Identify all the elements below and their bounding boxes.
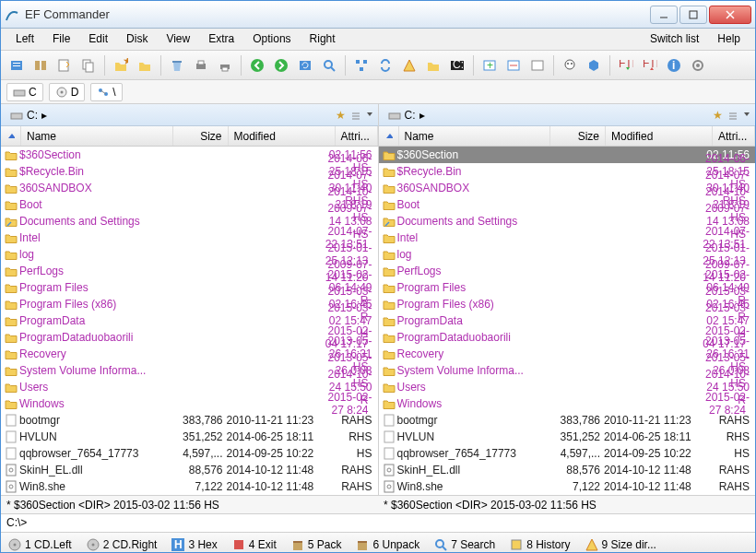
tool-warn-icon[interactable] (399, 55, 419, 76)
fnkey-unpack[interactable]: 6 Unpack (356, 538, 419, 551)
file-row[interactable]: Windows 2015-02-27 8:24 (379, 395, 756, 412)
tool-back-icon[interactable] (247, 55, 267, 76)
menu-help[interactable]: Help (708, 29, 750, 50)
tool-info-icon[interactable]: i (664, 55, 684, 76)
tool-select-icon[interactable]: + (479, 55, 500, 76)
file-row[interactable]: qqbrowser_7654_17773 4,597,... 2014-09-2… (1, 445, 378, 462)
panel-dropdown-icon[interactable] (365, 110, 374, 121)
tool-view-icon[interactable] (6, 55, 27, 76)
menu-view[interactable]: View (157, 29, 199, 50)
tool-print-icon[interactable] (191, 55, 211, 76)
file-list[interactable]: $360Section 2015-03-02 11:56 HS $Recycle… (379, 147, 756, 495)
tool-edit-icon[interactable] (54, 55, 75, 76)
svg-rect-59 (384, 448, 394, 459)
file-name: Recovery (19, 347, 321, 360)
tool-gear-icon[interactable] (688, 55, 708, 76)
menu-options[interactable]: Options (243, 29, 300, 50)
file-row[interactable]: Win8.she 7,122 2014-10-12 11:48 RAHS (1, 478, 378, 495)
close-button[interactable] (709, 6, 751, 24)
fnkey-cd-right[interactable]: 2 CD.Right (87, 538, 158, 551)
panel-dropdown-icon[interactable] (742, 110, 751, 121)
tool-folder-star-icon[interactable]: ★ (111, 55, 131, 76)
menu-edit[interactable]: Edit (79, 29, 117, 50)
drive-net-chip[interactable]: \ (90, 83, 122, 101)
file-row[interactable]: Win8.she 7,122 2014-10-12 11:48 RAHS (379, 478, 756, 495)
file-name: Recovery (397, 347, 699, 360)
up-button[interactable] (1, 126, 21, 146)
file-row[interactable]: bootmgr 383,786 2010-11-21 11:23 RAHS (1, 412, 378, 429)
command-line[interactable]: C:\> (1, 513, 755, 532)
tool-copy-icon[interactable] (78, 55, 99, 76)
menu-left[interactable]: Left (6, 29, 43, 50)
file-row[interactable]: SkinH_EL.dll 88,576 2014-10-12 11:48 RAH… (379, 462, 756, 478)
panel-path-bar[interactable]: C:▸ ★ (1, 104, 378, 126)
tool-folder-open-icon[interactable] (135, 55, 155, 76)
folder-icon (381, 182, 397, 194)
tool-search-icon[interactable] (319, 55, 339, 76)
col-modified[interactable]: Modified (229, 126, 336, 146)
maximize-button[interactable] (679, 6, 707, 24)
fnkey-hex[interactable]: H3 Hex (171, 538, 217, 551)
panel-path-bar[interactable]: C:▸ ★ (379, 104, 756, 126)
tool-skull-icon[interactable] (560, 55, 580, 76)
file-row[interactable]: qqbrowser_7654_17773 4,597,... 2014-09-2… (379, 445, 756, 462)
tool-folder-tree-icon[interactable] (423, 55, 443, 76)
tool-cmd-icon[interactable]: C:\ (447, 55, 467, 76)
fnkey-search[interactable]: 7 Search (434, 538, 495, 551)
col-attributes[interactable]: Attri... (336, 126, 378, 146)
menu-right[interactable]: Right (301, 29, 345, 50)
file-name: log (397, 248, 699, 261)
svg-text:i: i (672, 59, 675, 72)
col-name[interactable]: Name (399, 126, 551, 146)
tool-cube-icon[interactable] (584, 55, 604, 76)
file-row[interactable]: Windows 2015-02-27 8:24 (1, 395, 378, 412)
menu-disk[interactable]: Disk (117, 29, 157, 50)
file-row[interactable]: SkinH_EL.dll 88,576 2014-10-12 11:48 RAH… (1, 462, 378, 478)
panel-drive[interactable]: C:▸ (383, 107, 431, 124)
file-row[interactable]: HVLUN 351,252 2014-06-25 18:11 RHS (379, 429, 756, 445)
file-name: ProgramData (19, 314, 321, 327)
drive-d-chip[interactable]: D (49, 83, 86, 101)
up-button[interactable] (379, 126, 399, 146)
panel-history-icon[interactable] (727, 110, 738, 121)
col-name[interactable]: Name (21, 126, 173, 146)
menu-file[interactable]: File (43, 29, 79, 50)
col-size[interactable]: Size (173, 126, 229, 146)
tool-ftp-down-icon[interactable]: FTP (616, 55, 636, 76)
col-attributes[interactable]: Attri... (713, 126, 755, 146)
svg-text:★: ★ (336, 110, 346, 121)
fnkey-history[interactable]: 8 History (510, 538, 570, 551)
file-name: log (19, 248, 321, 261)
tool-reload-icon[interactable] (295, 55, 315, 76)
fnkey-pack[interactable]: 5 Pack (291, 538, 342, 551)
fnkey-size-dir-[interactable]: 9 Size dir... (585, 538, 656, 551)
drive-c-chip[interactable]: C (6, 83, 43, 101)
tool-filter-icon[interactable] (527, 55, 548, 76)
tool-trash-icon[interactable] (167, 55, 187, 76)
col-modified[interactable]: Modified (606, 126, 713, 146)
tool-deselect-icon[interactable] (503, 55, 524, 76)
file-row[interactable]: HVLUN 351,252 2014-06-25 18:11 RHS (1, 429, 378, 445)
panel-drive[interactable]: C:▸ (5, 107, 53, 124)
minimize-button[interactable] (650, 6, 678, 24)
col-size[interactable]: Size (550, 126, 606, 146)
tool-forward-icon[interactable] (271, 55, 291, 76)
folder-icon (3, 315, 19, 326)
menu-switch-list[interactable]: Switch list (641, 29, 708, 50)
fnkey-exit[interactable]: 4 Exit (232, 538, 277, 551)
file-row[interactable]: bootmgr 383,786 2010-11-21 11:23 RAHS (379, 412, 756, 429)
panel-star-icon[interactable]: ★ (713, 110, 724, 121)
tool-tree-icon[interactable] (351, 55, 372, 76)
panel-history-icon[interactable] (350, 110, 361, 121)
tool-printer-icon[interactable] (215, 55, 235, 76)
file-list[interactable]: $360Section 2015-03-02 11:56 HS $Recycle… (1, 147, 378, 495)
menu-extra[interactable]: Extra (199, 29, 243, 50)
folder-icon (381, 332, 397, 343)
file-attr: HS (334, 447, 376, 460)
tool-sync-icon[interactable] (375, 55, 396, 76)
right-panel-status: * $360Section <DIR> 2015-03-02 11:56 HS (378, 495, 755, 513)
panel-star-icon[interactable]: ★ (336, 110, 347, 121)
tool-ftp-up-icon[interactable]: FTP (640, 55, 660, 76)
tool-book-icon[interactable] (30, 55, 51, 76)
fnkey-cd-left[interactable]: 1 CD.Left (8, 538, 72, 551)
